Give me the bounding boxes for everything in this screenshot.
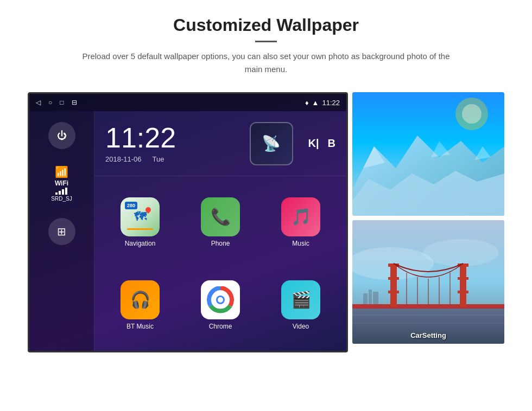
top-right-icons: K| B — [308, 137, 336, 150]
carsetting-label: CarSetting — [352, 331, 504, 339]
wifi-icon: 📶 — [51, 165, 72, 178]
location-icon: ♦ — [305, 99, 309, 107]
svg-rect-27 — [458, 291, 468, 293]
wifi-signal-icon: ▲ — [312, 99, 319, 107]
wifi-bar-4 — [65, 188, 67, 195]
wifi-bar-1 — [55, 192, 58, 195]
video-label: Video — [293, 323, 309, 330]
app-item-music[interactable]: 🎵 Music — [261, 181, 341, 264]
img-nav-icon[interactable]: ⊟ — [72, 99, 77, 106]
b-icon: B — [328, 137, 335, 150]
phone-icon: 📞 — [201, 197, 240, 236]
clock-info: 11:22 2018-11-06 Tue — [105, 124, 239, 163]
svg-point-12 — [462, 104, 482, 124]
day-value: Tue — [153, 155, 164, 163]
clock-display: 11:22 — [105, 124, 239, 152]
status-bar-right: ♦ ▲ 11:22 — [305, 99, 340, 107]
app-item-video[interactable]: 🎬 Video — [261, 264, 341, 346]
svg-rect-19 — [352, 304, 504, 309]
svg-rect-33 — [363, 293, 368, 304]
wallpaper-thumb-glacier[interactable] — [352, 92, 504, 216]
app-grid: 280 🗺 Navigation 📞 Pho — [94, 176, 346, 351]
wifi-network-name: SRD_SJ — [51, 196, 72, 202]
svg-rect-26 — [458, 277, 468, 280]
title-divider — [255, 41, 277, 42]
bluetooth-symbol: 🎧 — [130, 290, 150, 309]
navigation-icon: 280 🗺 — [121, 197, 160, 236]
phone-symbol: 📞 — [211, 207, 231, 226]
video-icon: 🎬 — [281, 280, 320, 319]
android-main-content: 11:22 2018-11-06 Tue 📡 K| B — [94, 111, 346, 351]
wifi-bar-3 — [62, 189, 64, 195]
grid-menu-button[interactable]: ⊞ — [48, 218, 75, 245]
svg-point-4 — [218, 297, 223, 303]
svg-rect-35 — [373, 292, 378, 304]
video-symbol: 🎬 — [291, 290, 311, 309]
back-nav-icon[interactable]: ◁ — [36, 99, 41, 106]
android-main-area: ⏻ 📶 WiFi SRD_SJ ⊞ — [29, 111, 346, 351]
wifi-label: WiFi — [51, 179, 72, 187]
power-icon: ⏻ — [57, 130, 67, 142]
svg-rect-24 — [460, 264, 466, 307]
status-bar-left: ◁ ○ □ ⊟ — [36, 99, 77, 106]
svg-rect-23 — [388, 291, 399, 293]
bt-music-icon: 🎧 — [121, 280, 160, 319]
bridge-svg — [352, 220, 504, 344]
home-nav-icon[interactable]: ○ — [48, 99, 52, 106]
power-button[interactable]: ⏻ — [48, 122, 75, 149]
page-subtitle: Preload over 5 default wallpaper options… — [76, 50, 456, 76]
music-symbol: 🎵 — [291, 207, 311, 226]
wifi-bars — [51, 187, 72, 195]
bt-music-label: BT Music — [126, 323, 154, 330]
chrome-label: Chrome — [209, 323, 232, 330]
chrome-svg — [207, 286, 234, 313]
antenna-icon: 📡 — [262, 134, 281, 152]
wallpaper-thumb-bridge[interactable]: CarSetting — [352, 220, 504, 344]
music-icon: 🎵 — [281, 197, 320, 236]
music-label: Music — [292, 240, 309, 247]
status-time: 11:22 — [322, 99, 340, 107]
content-area: ◁ ○ □ ⊟ ♦ ▲ 11:22 ⏻ 📶 WiFi — [0, 92, 532, 352]
page-header: Customized Wallpaper Preload over 5 defa… — [0, 0, 532, 87]
svg-point-15 — [423, 239, 499, 266]
chrome-icon — [201, 280, 240, 319]
recent-nav-icon[interactable]: □ — [60, 99, 64, 106]
svg-rect-22 — [388, 277, 399, 280]
navigation-label: Navigation — [125, 240, 156, 247]
app-item-bt-music[interactable]: 🎧 BT Music — [100, 264, 180, 346]
k-icon: K| — [308, 137, 319, 150]
grid-icon: ⊞ — [57, 225, 66, 238]
svg-rect-20 — [390, 264, 397, 307]
app-item-phone[interactable]: 📞 Phone — [180, 181, 261, 264]
app-item-chrome[interactable]: Chrome — [180, 264, 261, 346]
svg-rect-34 — [369, 290, 372, 304]
wifi-info-panel: 📶 WiFi SRD_SJ — [51, 165, 72, 202]
date-value: 2018-11-06 — [105, 155, 142, 163]
phone-label: Phone — [211, 240, 230, 247]
app-item-navigation[interactable]: 280 🗺 Navigation — [100, 181, 180, 264]
wallpaper-thumbnails: CarSetting — [352, 92, 504, 352]
page-title: Customized Wallpaper — [43, 15, 489, 35]
android-sidebar: ⏻ 📶 WiFi SRD_SJ ⊞ — [29, 111, 94, 351]
status-bar: ◁ ○ □ ⊟ ♦ ▲ 11:22 — [29, 94, 346, 111]
wifi-bar-2 — [59, 191, 61, 195]
top-app-icon[interactable]: 📡 — [250, 122, 293, 165]
clock-date: 2018-11-06 Tue — [105, 155, 239, 163]
glacier-svg — [352, 92, 504, 216]
clock-section: 11:22 2018-11-06 Tue 📡 K| B — [94, 111, 346, 176]
android-screen-mockup: ◁ ○ □ ⊟ ♦ ▲ 11:22 ⏻ 📶 WiFi — [28, 92, 348, 352]
